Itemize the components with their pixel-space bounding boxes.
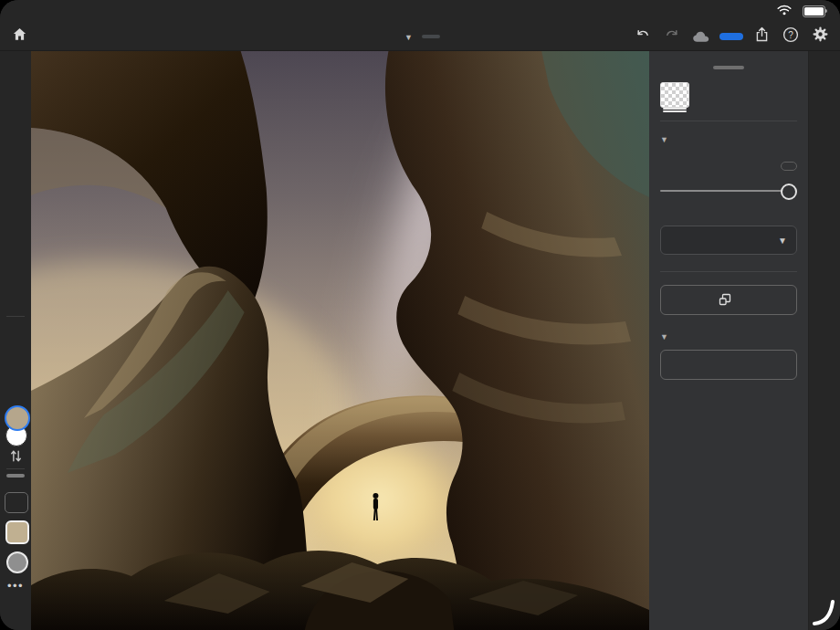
undo-button[interactable] <box>632 26 654 47</box>
top-toolbar: ▼ ? <box>0 22 840 51</box>
more-tool-options-button[interactable]: ••• <box>7 579 24 593</box>
opacity-value-field[interactable] <box>781 162 797 171</box>
swap-colors-button[interactable] <box>4 446 27 469</box>
layers-panel-title <box>649 51 808 62</box>
svg-text:?: ? <box>788 29 793 39</box>
group-stack-icon <box>663 108 687 113</box>
home-button[interactable] <box>8 25 30 47</box>
blend-mode-label <box>660 204 797 226</box>
selected-layer-thumbnail <box>660 82 689 108</box>
export-share-icon <box>754 26 770 46</box>
brush-size-field[interactable] <box>5 492 28 513</box>
help-button[interactable]: ? <box>780 26 802 47</box>
chevron-down-icon: ▼ <box>660 332 668 341</box>
swap-arrows-icon <box>8 448 24 467</box>
share-button[interactable] <box>719 33 743 40</box>
battery-icon <box>803 5 825 17</box>
chevron-down-icon: ▼ <box>404 33 413 42</box>
opacity-slider-knob[interactable] <box>781 184 797 200</box>
effects-section-header[interactable]: ▼ <box>660 324 797 350</box>
redo-button[interactable] <box>661 26 683 47</box>
smart-object-icon <box>719 293 731 308</box>
effects-hint-text <box>660 380 797 386</box>
layer-properties-title <box>660 73 797 82</box>
settings-gear-icon <box>812 26 829 47</box>
tools-sidebar: ••• <box>0 51 31 630</box>
brush-opacity-swatch[interactable] <box>6 551 28 573</box>
export-share-button[interactable] <box>751 26 772 47</box>
tool-options-handle[interactable] <box>6 474 25 478</box>
corner-swoosh-decoration <box>812 598 837 625</box>
toolbar-divider <box>6 468 25 469</box>
wifi-icon <box>777 5 792 18</box>
opacity-slider[interactable] <box>660 182 797 200</box>
layer-properties-panel: ▼ ▼ <box>649 73 808 630</box>
redo-icon <box>664 26 680 47</box>
task-bar <box>808 51 840 630</box>
document-canvas[interactable] <box>31 51 649 630</box>
panel-splitter-handle[interactable] <box>649 62 808 73</box>
home-icon <box>12 26 27 46</box>
document-title-button[interactable]: ▼ <box>400 32 413 41</box>
blend-mode-dropdown[interactable]: ▼ <box>660 226 797 255</box>
app-window: ▼ ? ••• <box>0 0 840 630</box>
undo-icon <box>635 26 651 47</box>
zoom-level-badge[interactable] <box>422 35 440 38</box>
help-icon: ? <box>782 26 799 47</box>
convert-smart-object-button[interactable] <box>660 285 797 315</box>
status-bar <box>0 0 840 22</box>
toolbar-divider <box>6 316 25 317</box>
chevron-down-icon: ▼ <box>660 135 668 144</box>
cloud-sync-icon[interactable] <box>690 26 712 47</box>
canvas-artwork <box>31 51 649 630</box>
settings-button[interactable] <box>809 26 831 47</box>
layers-panel: ▼ ▼ <box>649 51 808 630</box>
foreground-color-well[interactable] <box>5 405 30 431</box>
blend-options-section-header[interactable]: ▼ <box>660 127 797 152</box>
brush-color-swatch[interactable] <box>5 520 29 544</box>
add-layer-effects-button[interactable] <box>660 350 797 380</box>
chevron-down-icon: ▼ <box>778 236 787 246</box>
